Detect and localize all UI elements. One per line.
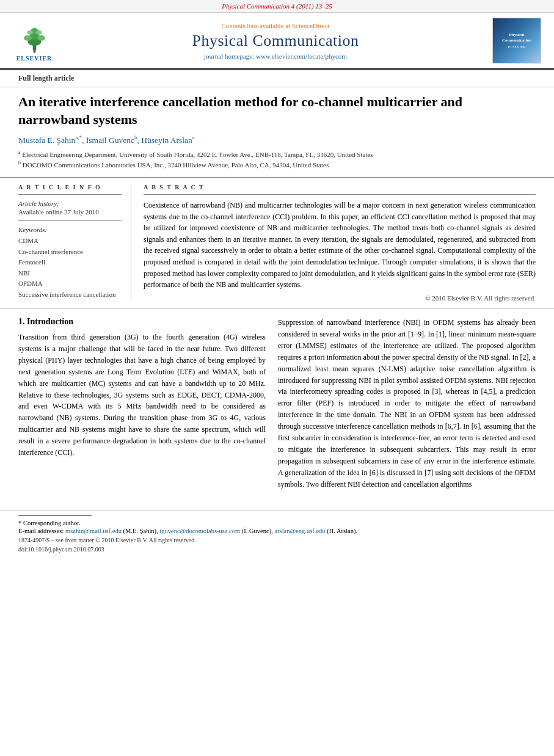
email-2[interactable]: iguvenc@docomolabs-usa.com <box>159 528 240 534</box>
section-title-text: Introduction <box>27 317 73 326</box>
history-label: Article history: <box>18 200 122 207</box>
keywords-divider <box>18 220 122 221</box>
svg-rect-8 <box>33 50 35 53</box>
author-1-sup: a,* <box>75 134 82 140</box>
email-addresses: E-mail addresses: msahin@mail.usf.edu (M… <box>18 528 536 534</box>
abstract-divider <box>144 194 536 195</box>
keywords-label: Keywords: <box>18 226 122 233</box>
corresponding-label: * Corresponding author. <box>18 520 81 526</box>
footer: * Corresponding author. E-mail addresses… <box>0 510 554 559</box>
keywords-list: CDMA Co-channel interference Femtocell N… <box>18 236 122 300</box>
affil-a-text: Electrical Engineering Department, Unive… <box>22 150 373 158</box>
main-content: 1. Introduction Transition from third ge… <box>0 308 554 504</box>
elsevier-logo: ELSEVIER <box>10 20 59 62</box>
authors: Mustafa E. Şahina,*, İsmail Guvencb, Hüs… <box>18 134 536 145</box>
email-label: E-mail addresses: <box>18 528 64 534</box>
affil-a-sup: a <box>18 150 21 155</box>
keyword-3: Femtocell <box>18 257 122 268</box>
journal-cover-image: PhysicalCommunication ELSEVIER <box>492 18 541 64</box>
author-3-sup: a <box>192 134 195 140</box>
email-3-person: (H. Arslan). <box>327 528 357 534</box>
affiliation-b: b DOCOMO Communications Laboratories USA… <box>18 159 536 170</box>
article-info-abstract: A R T I C L E I N F O Article history: A… <box>0 178 554 308</box>
contents-label: Contents lists available at <box>221 22 290 29</box>
article-title: An iterative interference cancellation m… <box>18 93 536 128</box>
keyword-4: NBI <box>18 268 122 279</box>
footer-doi: doi:10.1016/j.phycom.2010.07.003 <box>18 545 536 554</box>
intro-left-col: 1. Introduction Transition from third ge… <box>18 317 266 495</box>
affil-b-text: DOCOMO Communications Laboratories USA, … <box>23 161 329 169</box>
abstract-text: Coexistence of narrowband (NB) and multi… <box>144 200 536 291</box>
keyword-6: Successive interference cancellation <box>18 289 122 300</box>
article-info-label: A R T I C L E I N F O <box>18 184 122 191</box>
abstract-label: A B S T R A C T <box>144 184 536 191</box>
svg-point-7 <box>36 30 42 34</box>
homepage-label: journal homepage: <box>204 53 254 60</box>
author-1-name: Mustafa E. Şahin <box>18 136 75 145</box>
header: ELSEVIER Contents lists available at Sci… <box>0 13 554 70</box>
page: Physical Communication 4 (2011) 13–25 EL… <box>0 0 554 756</box>
available-online: Available online 27 July 2010 <box>18 208 122 216</box>
top-bar: Physical Communication 4 (2011) 13–25 <box>0 0 554 13</box>
article-type: Full length article <box>18 74 74 82</box>
article-info-col: A R T I C L E I N F O Article history: A… <box>18 184 131 302</box>
email-1[interactable]: msahin@mail.usf.edu <box>65 528 122 534</box>
keyword-5: OFDMA <box>18 278 122 289</box>
footnote-divider <box>18 515 92 516</box>
intro-paragraph-2: Suppression of narrowband interference (… <box>278 317 536 490</box>
journal-title: Physical Communication <box>65 32 486 50</box>
affil-b-sup: b <box>18 160 21 165</box>
affiliation-a: a Electrical Engineering Department, Uni… <box>18 149 536 159</box>
elsevier-brand: ELSEVIER <box>16 55 53 62</box>
copyright: © 2010 Elsevier B.V. All rights reserved… <box>144 294 536 302</box>
doi-text: doi:10.1016/j.phycom.2010.07.003 <box>18 546 104 553</box>
svg-point-5 <box>37 35 45 40</box>
keyword-1: CDMA <box>18 236 122 247</box>
email-1-person: (M.E. Şahin), <box>123 528 158 534</box>
corresponding-author-note: * Corresponding author. <box>18 520 536 526</box>
article-title-section: An iterative interference cancellation m… <box>0 87 554 178</box>
journal-homepage: journal homepage: www.elsevier.com/locat… <box>65 53 486 60</box>
svg-point-4 <box>24 35 32 40</box>
cover-subtitle: ELSEVIER <box>508 45 525 49</box>
email-2-person: (İ. Guvenc), <box>242 528 273 534</box>
header-center: Contents lists available at ScienceDirec… <box>65 22 486 60</box>
sciencedirect-link: Contents lists available at ScienceDirec… <box>65 22 486 29</box>
author-2-name: İsmail Guvenc <box>86 136 134 145</box>
article-type-bar: Full length article <box>0 70 554 87</box>
intro-right-col: Suppression of narrowband interference (… <box>278 317 536 495</box>
author-2-sup: b <box>134 134 137 140</box>
journal-citation: Physical Communication 4 (2011) 13–25 <box>222 2 332 10</box>
section-1-title: 1. Introduction <box>18 317 266 327</box>
author-3-name: Hüseyin Arslan <box>141 136 192 145</box>
homepage-url[interactable]: www.elsevier.com/locate/phycom <box>256 53 347 60</box>
journal-cover-area: PhysicalCommunication ELSEVIER <box>492 18 544 64</box>
info-divider <box>18 194 122 195</box>
section-number: 1. <box>18 317 25 326</box>
abstract-col: A B S T R A C T Coexistence of narrowban… <box>144 184 536 302</box>
sciencedirect-name[interactable]: ScienceDirect <box>292 22 330 29</box>
affiliations: a Electrical Engineering Department, Uni… <box>18 149 536 170</box>
footer-rights: 1874-4907/$ – see front matter © 2010 El… <box>18 536 536 545</box>
email-3[interactable]: arslan@eng.usf.edu <box>274 528 325 534</box>
keyword-2: Co-channel interference <box>18 247 122 258</box>
cover-title: PhysicalCommunication <box>502 32 531 43</box>
footer-note-text: 1874-4907/$ – see front matter © 2010 El… <box>18 537 196 543</box>
svg-point-6 <box>27 30 32 34</box>
intro-paragraph-1: Transition from third generation (3G) to… <box>18 332 266 459</box>
elsevier-tree-icon <box>18 20 51 54</box>
